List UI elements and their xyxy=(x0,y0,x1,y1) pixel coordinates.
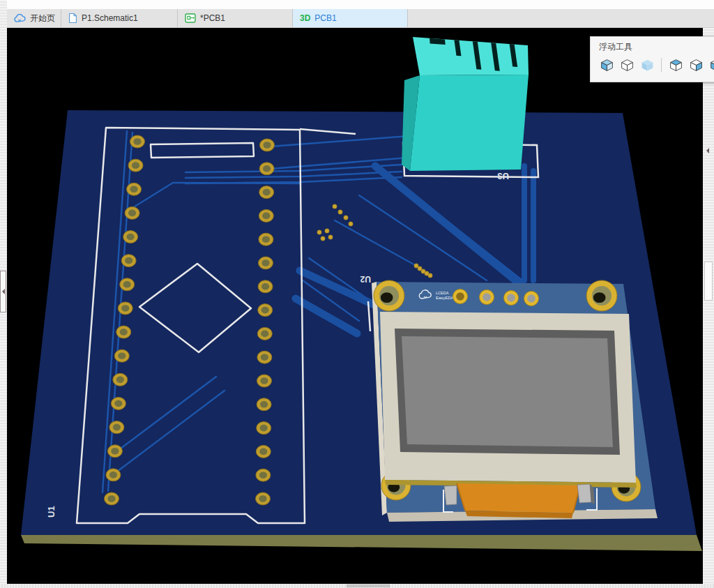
right-panel-scroll-strip[interactable] xyxy=(703,28,714,584)
pcb-file-icon xyxy=(185,13,196,24)
tab-schematic1[interactable]: P1.Schematic1 xyxy=(61,9,178,27)
left-panel-collapse-handle[interactable] xyxy=(0,271,6,312)
oled-module-3d: LCEDA EasyEDA xyxy=(372,280,658,522)
sensor-front-face xyxy=(410,75,529,171)
floating-tools-buttons xyxy=(591,56,714,73)
left-face-view-cube-button[interactable] xyxy=(708,57,714,73)
schematic-document-icon xyxy=(68,13,77,24)
refdes-u1: U1 xyxy=(46,506,56,518)
tab-label: *PCB1 xyxy=(200,13,225,23)
3d-viewport[interactable]: U1 U2 U3 xyxy=(7,28,703,584)
right-face-view-cube-button[interactable] xyxy=(688,57,704,73)
tab-label: P1.Schematic1 xyxy=(82,13,138,23)
3d-scene: U1 U2 U3 xyxy=(7,28,703,584)
solid-view-cube-button[interactable] xyxy=(599,57,614,73)
horizontal-scrollbar[interactable] xyxy=(0,584,714,588)
wireframe-view-cube-button[interactable] xyxy=(619,57,635,73)
logo-line1: LCEDA xyxy=(436,291,449,295)
horizontal-scrollbar-thumb[interactable] xyxy=(347,585,390,587)
refdes-u3: U3 xyxy=(497,171,509,181)
refdes-u2: U2 xyxy=(360,274,371,284)
floating-tools-panel: 浮动工具 xyxy=(590,36,714,82)
oled-flex-ribbon xyxy=(457,483,580,518)
tab-pcb1[interactable]: *PCB1 xyxy=(178,9,293,27)
view-3d-icon: 3D xyxy=(300,13,310,23)
tab-3d-pcb1[interactable]: 3D PCB1 xyxy=(293,9,408,27)
window-top-spacer xyxy=(7,0,714,9)
app-window: 开始页 P1.Schematic1 *PCB1 3D PCB1 xyxy=(0,0,714,588)
document-tab-bar: 开始页 P1.Schematic1 *PCB1 3D PCB1 xyxy=(7,9,714,28)
toolbar-separator xyxy=(661,58,662,72)
left-panel-scroll-strip[interactable] xyxy=(0,0,7,588)
collapse-left-arrow-icon xyxy=(2,289,5,294)
logo-line2: EasyEDA xyxy=(436,296,454,300)
cloud-icon xyxy=(14,14,26,23)
top-face-view-cube-button[interactable] xyxy=(668,57,683,73)
tab-label: 开始页 xyxy=(30,13,55,24)
board-edge xyxy=(21,535,702,551)
floating-tools-title: 浮动工具 xyxy=(591,37,714,56)
right-scrollbar-thumb[interactable] xyxy=(704,262,713,301)
dht11-sensor-3d xyxy=(402,37,529,171)
tab-label: PCB1 xyxy=(314,13,336,23)
tab-start-page[interactable]: 开始页 xyxy=(7,9,61,27)
flat-view-cube-button[interactable] xyxy=(639,57,655,73)
oled-screen xyxy=(402,336,613,447)
right-panel-collapse-arrow-icon[interactable] xyxy=(706,148,709,153)
